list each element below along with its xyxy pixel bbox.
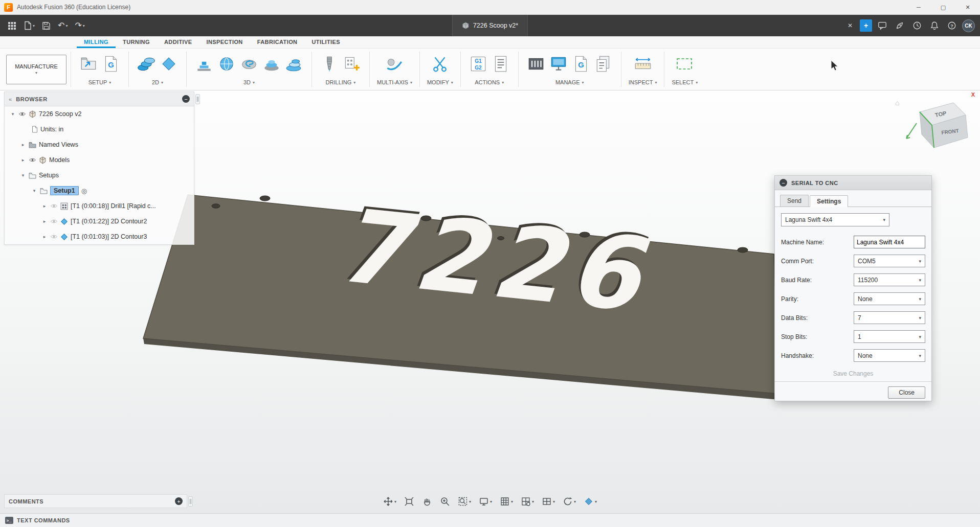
nc-program-button[interactable] [491,54,511,74]
group-label-actions[interactable]: ACTIONS ▾ [475,79,504,85]
orbit-tool-button[interactable]: ▾ [382,495,398,508]
expand-icon[interactable]: ▸ [20,157,26,163]
tab-fabrication[interactable]: FABRICATION [250,37,305,48]
close-tab-button[interactable]: ✕ [843,20,857,31]
file-menu-button[interactable]: ▾ [21,19,37,32]
tree-row-root[interactable]: ▾ 7226 Scoop v2 [5,106,194,122]
comments-expand-icon[interactable]: + [175,497,183,505]
expand-icon[interactable]: ▸ [41,234,48,239]
tab-additive[interactable]: ADDITIVE [157,37,199,48]
comments-bar[interactable]: COMMENTS + [4,494,187,508]
fit-view-button[interactable] [403,495,416,508]
parity-select[interactable]: None ▾ [854,292,925,305]
home-view-icon[interactable]: ⌂ [895,99,899,107]
group-label-multiaxis[interactable]: MULTI-AXIS ▾ [377,79,412,85]
group-label-3d[interactable]: 3D ▾ [243,79,255,85]
group-label-setup[interactable]: SETUP ▾ [88,79,112,85]
new-tab-button[interactable]: + [860,19,872,32]
browser-minimize-icon[interactable]: − [182,95,190,103]
active-setup-target-icon[interactable]: ◎ [81,187,87,195]
expand-icon[interactable]: ▾ [20,173,26,178]
group-label-select[interactable]: SELECT ▾ [672,79,698,85]
group-label-manage[interactable]: MANAGE ▾ [555,79,584,85]
3d-pocket-button[interactable] [216,54,237,74]
baud-rate-select[interactable]: 115200 ▾ [854,273,925,286]
visual-style-button[interactable]: ▾ [582,495,598,508]
tree-row-setups[interactable]: ▾ Setups [5,168,194,183]
collapse-browser-icon[interactable]: « [9,96,12,102]
dialog-collapse-icon[interactable]: − [779,179,787,187]
expand-icon[interactable]: ▾ [31,188,37,193]
2d-face-button[interactable] [136,54,157,74]
account-avatar[interactable]: CK [962,19,975,32]
dialog-header[interactable]: − SERIAL TO CNC [775,176,931,190]
group-label-inspect[interactable]: INSPECT ▾ [629,79,657,85]
eye-icon[interactable] [18,110,26,118]
pan-tool-button[interactable] [420,495,434,508]
viewports-button[interactable]: ▾ [540,495,556,508]
machine-library-button[interactable] [548,54,569,74]
tab-turning[interactable]: TURNING [116,37,157,48]
tab-utilities[interactable]: UTILITIES [304,37,347,48]
job-status-button[interactable] [875,19,889,32]
tab-send[interactable]: Send [780,195,809,207]
expand-icon[interactable]: ▾ [10,111,16,117]
comments-grip-handle[interactable] [188,496,193,507]
save-changes-button-disabled[interactable]: Save Changes [781,370,925,377]
expand-icon[interactable]: ▸ [20,142,26,147]
stop-bits-select[interactable]: 1 ▾ [854,330,925,343]
camera-orbit-button[interactable]: ▾ [561,495,577,508]
zoom-tool-button[interactable] [438,495,452,508]
measure-button[interactable] [633,54,653,74]
3d-ramp-button[interactable] [284,54,304,74]
3d-adaptive-button[interactable] [194,54,214,74]
tree-row-drill1[interactable]: ▸ [T1 (0:00:18)] Drill1 [Rapid c... [5,198,194,214]
browser-grip-handle[interactable] [195,94,200,104]
2d-contour-button[interactable] [159,54,179,74]
undo-button[interactable]: ↶ ▾ [55,20,70,31]
tool-library-button[interactable] [526,54,546,74]
comm-port-select[interactable]: COM5 ▾ [854,255,925,267]
grid-settings-button[interactable]: ▾ [519,495,536,508]
create-drill-pattern-button[interactable] [342,54,362,74]
data-bits-select[interactable]: 7 ▾ [854,311,925,324]
tree-row-units[interactable]: Units: in [5,122,194,137]
new-setup-button[interactable] [78,54,99,74]
3d-swirl-button[interactable] [239,54,259,74]
group-label-drilling[interactable]: DRILLING ▾ [326,79,356,85]
close-window-button[interactable]: ✕ [955,0,980,14]
close-dialog-button[interactable]: Close [888,386,925,399]
version-history-button[interactable] [910,19,924,32]
extensions-button[interactable] [893,19,907,32]
redo-button[interactable]: ↷ ▾ [72,20,87,31]
group-label-2d[interactable]: 2D ▾ [152,79,163,85]
tree-row-models[interactable]: ▸ Models [5,152,194,168]
expand-icon[interactable]: ▸ [41,219,48,224]
drill-button[interactable] [319,54,340,74]
post-library-button[interactable]: G [571,54,591,74]
zoom-window-button[interactable]: ▾ [456,495,473,508]
maximize-button[interactable]: ▢ [931,0,955,14]
workspace-selector-button[interactable]: MANUFACTURE ▾ [6,55,66,84]
generate-toolpath-button[interactable]: G1G2 [468,54,488,74]
post-process-button[interactable]: G [101,54,121,74]
handshake-select[interactable]: None ▾ [854,349,925,362]
machine-name-input[interactable] [854,236,925,248]
tree-row-named-views[interactable]: ▸ Named Views [5,137,194,152]
document-tab[interactable]: 7226 Scoop v2* [452,15,528,36]
app-grid-button[interactable] [5,19,19,32]
expand-icon[interactable]: ▸ [41,203,48,209]
eye-icon[interactable] [50,202,58,210]
select-button[interactable] [674,54,696,74]
group-label-modify[interactable]: MODIFY ▾ [427,79,453,85]
multiaxis-button[interactable] [384,54,405,74]
tree-row-contour3[interactable]: ▸ [T1 (0:01:03)] 2D Contour3 [5,229,194,244]
text-commands-label[interactable]: TEXT COMMANDS [17,517,70,523]
machine-preset-select[interactable]: Laguna Swift 4x4 ▾ [781,213,889,226]
save-button[interactable] [39,19,53,32]
grid-display-button[interactable]: ▾ [498,495,515,508]
tree-row-setup1[interactable]: ▾ Setup1 ◎ [5,183,194,198]
tab-settings[interactable]: Settings [810,195,848,207]
eye-icon[interactable] [50,233,58,240]
notifications-button[interactable] [927,19,942,32]
